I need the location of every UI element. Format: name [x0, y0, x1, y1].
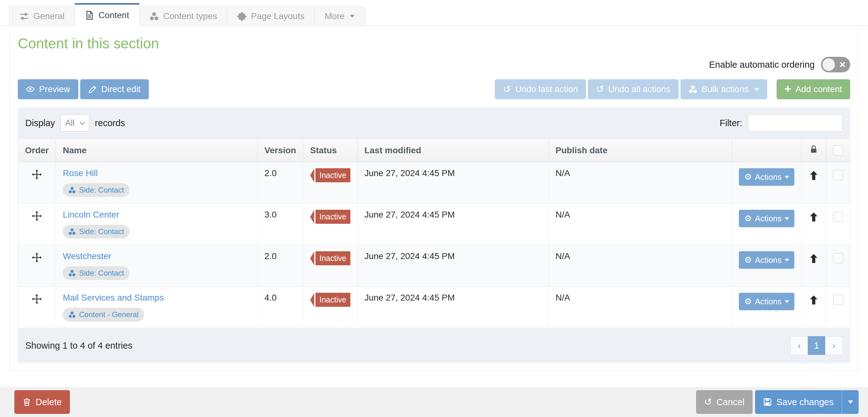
name-cell: Mail Services and StampsContent - Genera… — [56, 287, 257, 328]
tab-content[interactable]: Content — [74, 3, 140, 26]
move-handle-icon[interactable] — [32, 252, 42, 263]
content-table: Order Name Version Status Last modified … — [18, 139, 850, 328]
tab-general[interactable]: General — [9, 6, 75, 25]
status-cell: Inactive — [303, 245, 357, 287]
trash-icon — [23, 398, 31, 407]
datatable-controls: Display All records Filter: — [18, 114, 850, 139]
table-row: Rose HillSide: Contact2.0InactiveJune 27… — [18, 162, 850, 204]
last-modified-header: Last modified — [365, 145, 421, 155]
undo-last-label: Undo last action — [515, 84, 578, 94]
tab-content-types[interactable]: Content types — [139, 6, 227, 25]
content-name-link[interactable]: Lincoln Center — [63, 210, 119, 219]
move-handle-icon[interactable] — [32, 294, 42, 304]
order-cell — [18, 245, 56, 287]
undo-icon: ↺ — [503, 85, 511, 94]
caret-down-icon — [785, 300, 789, 303]
status-badge: Inactive — [310, 168, 350, 182]
add-content-button[interactable]: + Add content — [777, 79, 850, 99]
name-cell: Lincoln CenterSide: Contact — [56, 204, 257, 245]
move-to-top-cell — [801, 287, 826, 328]
row-checkbox[interactable] — [833, 253, 843, 263]
content-type-badge: Side: Contact — [63, 183, 129, 197]
row-checkbox[interactable] — [833, 212, 843, 221]
table-summary: Showing 1 to 4 of 4 entries — [25, 340, 132, 351]
gear-icon: ⚙ — [744, 173, 752, 181]
cancel-label: Cancel — [716, 397, 744, 407]
bulk-actions-button[interactable]: Bulk actions — [681, 79, 767, 99]
tab-page-layouts[interactable]: Page Layouts — [227, 6, 314, 25]
publish-date-cell: N/A — [549, 204, 732, 245]
filter-input[interactable] — [748, 114, 843, 132]
direct-edit-button[interactable]: Direct edit — [80, 79, 149, 99]
actions-button[interactable]: ⚙Actions — [739, 251, 794, 269]
status-badge: Inactive — [310, 251, 350, 265]
tag-arrow-icon — [310, 169, 314, 182]
plus-icon: + — [785, 83, 791, 95]
preview-label: Preview — [39, 84, 70, 94]
tab-label: Content — [99, 10, 129, 20]
records-per-page-select[interactable]: All — [61, 115, 89, 131]
row-checkbox[interactable] — [833, 295, 843, 305]
toolbar: Preview Direct edit ↺ Undo last action ↺… — [18, 79, 850, 99]
version-cell: 4.0 — [257, 287, 303, 328]
content-name-link[interactable]: Rose Hill — [63, 168, 98, 178]
save-split-button: Save changes — [755, 390, 859, 414]
cubes-icon — [68, 269, 76, 277]
arrow-up-icon[interactable] — [808, 253, 819, 264]
cubes-icon — [150, 11, 159, 21]
floppy-disk-icon — [763, 398, 772, 407]
actions-button[interactable]: ⚙Actions — [739, 210, 794, 227]
caret-down-icon — [785, 176, 789, 179]
arrow-up-icon[interactable] — [808, 295, 819, 305]
row-checkbox[interactable] — [833, 170, 843, 180]
records-label: records — [95, 118, 125, 128]
content-name-link[interactable]: Westchester — [63, 251, 111, 261]
arrow-up-icon[interactable] — [808, 170, 819, 181]
save-options-caret-button[interactable] — [842, 390, 859, 414]
pagination-next-button[interactable]: › — [825, 336, 843, 355]
pagination-prev-button[interactable]: ‹ — [790, 336, 808, 355]
publish-date-cell: N/A — [549, 287, 732, 328]
status-cell: Inactive — [303, 204, 357, 245]
status-header: Status — [310, 145, 337, 155]
content-type-badge: Side: Contact — [63, 225, 129, 238]
preview-button[interactable]: Preview — [18, 79, 78, 99]
ordering-toggle[interactable]: × — [821, 57, 850, 72]
undo-icon: ↺ — [704, 397, 712, 407]
order-header: Order — [25, 145, 49, 155]
file-icon — [85, 10, 94, 20]
move-handle-icon[interactable] — [32, 170, 42, 179]
toggle-knob-icon — [823, 58, 835, 71]
table-row: Lincoln CenterSide: Contact3.0InactiveJu… — [18, 204, 850, 245]
status-cell: Inactive — [303, 162, 357, 204]
datatable-footer: Showing 1 to 4 of 4 entries ‹ 1 › — [18, 328, 850, 363]
cubes-icon — [68, 228, 76, 235]
undo-all-actions-button[interactable]: ↺ Undo all actions — [588, 79, 678, 99]
undo-last-action-button[interactable]: ↺ Undo last action — [495, 79, 586, 99]
arrow-up-icon[interactable] — [808, 212, 819, 222]
content-type-badge: Content - General — [63, 308, 144, 322]
select-value: All — [65, 118, 74, 128]
save-changes-button[interactable]: Save changes — [755, 390, 842, 414]
undo-icon: ↺ — [596, 85, 604, 94]
pagination-page-1-button[interactable]: 1 — [808, 336, 825, 355]
last-modified-cell: June 27, 2024 4:45 PM — [357, 287, 549, 328]
order-cell — [18, 287, 56, 328]
cancel-button[interactable]: ↺ Cancel — [696, 390, 752, 414]
delete-button[interactable]: Delete — [14, 390, 70, 414]
tab-more[interactable]: More — [314, 6, 365, 25]
actions-button[interactable]: ⚙Actions — [739, 293, 794, 310]
actions-button[interactable]: ⚙Actions — [739, 168, 794, 186]
cubes-icon — [68, 311, 76, 318]
bulk-actions-label: Bulk actions — [702, 84, 749, 94]
checkbox-cell — [826, 204, 850, 245]
eye-icon — [26, 85, 35, 94]
content-table-body: Rose HillSide: Contact2.0InactiveJune 27… — [18, 162, 850, 328]
last-modified-cell: June 27, 2024 4:45 PM — [357, 245, 549, 287]
content-name-link[interactable]: Mail Services and Stamps — [63, 293, 164, 302]
select-all-checkbox[interactable] — [833, 145, 843, 155]
name-header: Name — [63, 145, 86, 155]
undo-all-label: Undo all actions — [608, 84, 670, 94]
pagination: ‹ 1 › — [790, 336, 843, 355]
move-handle-icon[interactable] — [32, 211, 42, 221]
